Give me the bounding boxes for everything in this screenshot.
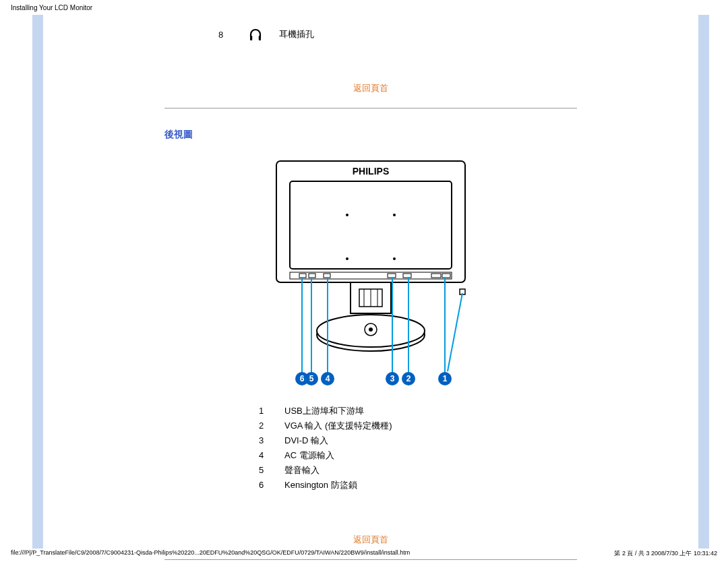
svg-point-4 — [346, 214, 348, 216]
list-item: 1USB上游埠和下游埠 — [259, 404, 577, 418]
port-list: 1USB上游埠和下游埠 2VGA 輸入 (僅支援特定機種) 3DVI-D 輸入 … — [164, 404, 577, 493]
divider-1 — [164, 108, 577, 108]
port-label: VGA 輸入 (僅支援特定機種) — [284, 418, 392, 433]
item-8-number: 8 — [218, 30, 232, 40]
headphone-icon — [245, 27, 266, 42]
footer-page-info: 第 2 頁 / 共 3 2008/7/30 上午 10:31:42 — [614, 549, 717, 558]
list-item: 2VGA 輸入 (僅支援特定機種) — [259, 418, 577, 433]
port-num: 2 — [259, 418, 270, 433]
port-num: 1 — [259, 404, 270, 418]
main-content: 8 耳機插孔 返回頁首 後視圖 PHILIPS — [43, 15, 698, 562]
svg-point-6 — [346, 257, 348, 260]
svg-rect-1 — [259, 36, 261, 40]
back-to-top-link-1[interactable]: 返回頁首 — [164, 82, 577, 94]
svg-text:5: 5 — [309, 374, 314, 383]
port-label: AC 電源輸入 — [284, 448, 334, 463]
list-item: 3DVI-D 輸入 — [259, 433, 577, 448]
port-num: 3 — [259, 433, 270, 448]
rear-view-diagram: PHILIPS — [164, 154, 577, 390]
divider-2 — [164, 559, 577, 560]
item-8: 8 耳機插孔 — [164, 27, 577, 42]
page-header-title: Installing Your LCD Monitor — [11, 4, 92, 11]
list-item: 6Kensington 防盜鎖 — [259, 478, 577, 493]
svg-rect-3 — [290, 181, 452, 269]
item-8-label: 耳機插孔 — [279, 28, 314, 40]
port-label: Kensington 防盜鎖 — [284, 478, 357, 493]
svg-rect-0 — [250, 36, 252, 40]
port-label: USB上游埠和下游埠 — [284, 404, 364, 418]
svg-text:6: 6 — [300, 374, 305, 383]
svg-line-32 — [448, 293, 462, 371]
right-margin-bar — [698, 15, 709, 549]
footer-file-path: file:///P|/P_TranslateFile/C9/2008/7/C90… — [11, 549, 410, 558]
svg-text:1: 1 — [443, 374, 448, 383]
list-item: 5聲音輸入 — [259, 463, 577, 478]
svg-point-7 — [393, 257, 396, 260]
port-num: 6 — [259, 478, 270, 493]
port-num: 5 — [259, 463, 270, 478]
svg-text:4: 4 — [326, 374, 330, 383]
back-to-top-link-2[interactable]: 返回頁首 — [164, 534, 577, 546]
rear-view-title: 後視圖 — [164, 129, 577, 141]
port-num: 4 — [259, 448, 270, 463]
list-item: 4AC 電源輸入 — [259, 448, 577, 463]
diagram-brand: PHILIPS — [353, 166, 389, 177]
svg-point-5 — [393, 214, 396, 216]
left-margin-bar — [32, 15, 43, 549]
port-label: DVI-D 輸入 — [284, 433, 328, 448]
svg-point-25 — [369, 327, 373, 332]
svg-text:2: 2 — [406, 374, 411, 383]
footer-path: file:///P|/P_TranslateFile/C9/2008/7/C90… — [11, 549, 717, 558]
svg-text:3: 3 — [390, 374, 395, 383]
port-label: 聲音輸入 — [284, 463, 320, 478]
